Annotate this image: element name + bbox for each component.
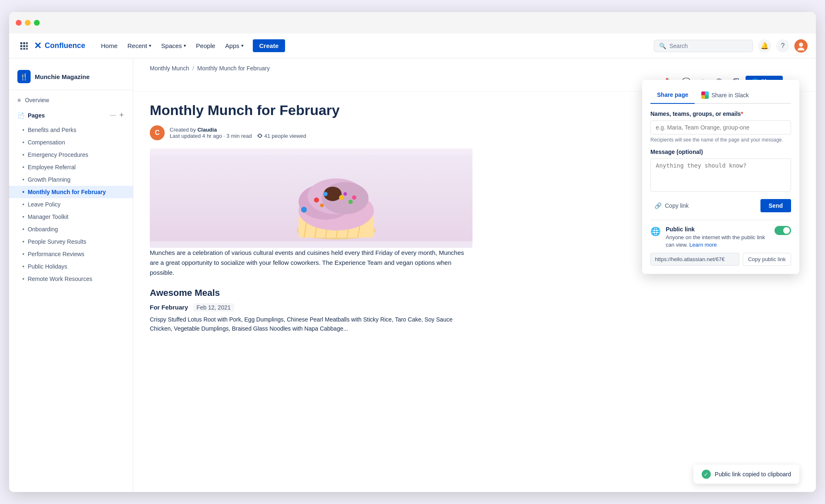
page-body: Munches are a celebration of various cul… bbox=[150, 248, 472, 278]
page-meta: C Created by Claudia Last updated 4 hr a… bbox=[150, 125, 472, 140]
logo[interactable]: ✕ Confluence bbox=[34, 41, 85, 51]
pages-section-header: 📄 Pages ··· + bbox=[17, 110, 125, 120]
user-avatar[interactable] bbox=[794, 39, 808, 53]
svg-point-30 bbox=[320, 204, 324, 207]
logo-x-icon: ✕ bbox=[34, 41, 41, 51]
sidebar-pages-section: 📄 Pages ··· + bbox=[9, 107, 133, 124]
svg-rect-1 bbox=[23, 42, 25, 44]
globe-icon: 🌐 bbox=[650, 226, 661, 236]
svg-rect-0 bbox=[20, 42, 22, 44]
public-link-url: https://hello.atlassian.net/67€ bbox=[650, 253, 739, 266]
svg-point-31 bbox=[343, 192, 347, 196]
svg-point-29 bbox=[348, 199, 353, 204]
help-icon[interactable]: ? bbox=[776, 39, 789, 53]
public-link-desc: Anyone on the internet with the public l… bbox=[666, 234, 770, 249]
nav-right: 🔍 Search 🔔 ? bbox=[654, 39, 808, 53]
sidebar-space: 🍴 Munchie Magazine bbox=[9, 65, 133, 90]
message-textarea[interactable] bbox=[650, 158, 791, 192]
svg-point-32 bbox=[352, 195, 356, 199]
required-star: * bbox=[741, 110, 743, 117]
share-divider bbox=[650, 220, 791, 220]
navbar: ✕ Confluence Home Recent ▾ Spaces ▾ Peop… bbox=[9, 34, 816, 58]
page-author: Created by Claudia bbox=[170, 127, 306, 133]
sidebar-item-survey[interactable]: People Survey Results bbox=[9, 235, 133, 248]
chevron-down-icon: ▾ bbox=[149, 43, 151, 48]
sidebar-item-overview[interactable]: ≡ Overview bbox=[9, 94, 133, 107]
nav-recent[interactable]: Recent ▾ bbox=[123, 40, 156, 52]
copied-toast: ✓ Public link copied to clipboard bbox=[693, 465, 799, 484]
nav-home[interactable]: Home bbox=[97, 40, 122, 52]
sidebar-item-referral[interactable]: Employee Referral bbox=[9, 161, 133, 173]
pages-more-button[interactable]: ··· bbox=[109, 110, 117, 120]
grid-icon[interactable] bbox=[17, 39, 31, 53]
sidebar-item-manager[interactable]: Manager Toolkit bbox=[9, 211, 133, 223]
svg-rect-8 bbox=[26, 48, 28, 50]
sidebar-item-holidays[interactable]: Public Holidays bbox=[9, 260, 133, 273]
names-input[interactable] bbox=[650, 120, 791, 134]
overview-icon: ≡ bbox=[17, 97, 21, 103]
sidebar-item-growth[interactable]: Growth Planning bbox=[9, 173, 133, 186]
breadcrumb-separator: / bbox=[192, 65, 194, 72]
svg-rect-4 bbox=[23, 45, 25, 47]
message-label: Message (optional) bbox=[650, 149, 791, 155]
content-area: Monthly Munch / Monthly Munch for Februa… bbox=[133, 58, 816, 492]
nav-apps[interactable]: Apps ▾ bbox=[221, 40, 247, 52]
sidebar-item-benefits[interactable]: Benefits and Perks bbox=[9, 124, 133, 136]
space-icon: 🍴 bbox=[17, 70, 31, 83]
chevron-down-icon: ▾ bbox=[241, 43, 244, 48]
toast-check-icon: ✓ bbox=[702, 470, 711, 479]
close-dot[interactable] bbox=[16, 20, 22, 26]
svg-point-28 bbox=[339, 195, 344, 200]
breadcrumb-parent[interactable]: Monthly Munch bbox=[150, 65, 189, 72]
chevron-down-icon: ▾ bbox=[184, 43, 186, 48]
sidebar-space-name: Munchie Magazine bbox=[35, 73, 90, 80]
svg-rect-6 bbox=[20, 48, 22, 50]
share-panel: Share page Share in Slack Names, teams, … bbox=[642, 80, 799, 274]
meals-header: For February Feb 12, 2021 bbox=[150, 303, 472, 312]
nav-spaces[interactable]: Spaces ▾ bbox=[157, 40, 190, 52]
copy-link-button[interactable]: 🔗 Copy link bbox=[650, 200, 693, 211]
link-icon: 🔗 bbox=[655, 202, 662, 209]
public-link-url-row: https://hello.atlassian.net/67€ Copy pub… bbox=[650, 253, 791, 266]
sidebar-item-emergency[interactable]: Emergency Procedures bbox=[9, 149, 133, 161]
main-body: 🍴 Munchie Magazine ≡ Overview 📄 Pages ··… bbox=[9, 58, 816, 492]
for-label: For February bbox=[150, 304, 188, 311]
public-link-toggle[interactable] bbox=[775, 226, 791, 235]
names-hint: Recipients will see the name of the page… bbox=[650, 137, 791, 143]
copy-public-link-button[interactable]: Copy public link bbox=[743, 253, 791, 266]
minimize-dot[interactable] bbox=[25, 20, 31, 26]
page-updated: Last updated 4 hr ago · 3 min read bbox=[170, 133, 252, 139]
breadcrumb: Monthly Munch / Monthly Munch for Februa… bbox=[133, 58, 816, 72]
share-tabs: Share page Share in Slack bbox=[650, 88, 791, 104]
send-button[interactable]: Send bbox=[760, 199, 791, 212]
sidebar-item-monthly-munch[interactable]: Monthly Munch for February bbox=[9, 186, 133, 198]
sidebar-item-onboarding[interactable]: Onboarding bbox=[9, 223, 133, 235]
nav-links: Home Recent ▾ Spaces ▾ People Apps ▾ Cre… bbox=[97, 39, 654, 52]
titlebar bbox=[9, 12, 816, 34]
section-title: Awesome Meals bbox=[150, 288, 472, 298]
search-input[interactable]: 🔍 Search bbox=[654, 40, 753, 52]
search-icon: 🔍 bbox=[659, 43, 666, 49]
pages-icon: 📄 bbox=[17, 112, 24, 119]
pages-add-button[interactable]: + bbox=[118, 110, 125, 120]
maximize-dot[interactable] bbox=[34, 20, 40, 26]
toggle-thumb bbox=[783, 227, 790, 234]
svg-point-27 bbox=[323, 192, 327, 196]
sidebar-item-performance[interactable]: Performance Reviews bbox=[9, 248, 133, 260]
nav-people[interactable]: People bbox=[192, 40, 220, 52]
sidebar-item-compensation[interactable]: Compensation bbox=[9, 136, 133, 149]
public-link-title: Public link bbox=[666, 226, 770, 233]
create-button[interactable]: Create bbox=[253, 39, 285, 52]
slack-icon bbox=[701, 91, 709, 99]
svg-rect-7 bbox=[23, 48, 25, 50]
svg-rect-3 bbox=[20, 45, 22, 47]
sidebar-item-remote[interactable]: Remote Work Resources bbox=[9, 273, 133, 285]
learn-more-link[interactable]: Learn more bbox=[689, 242, 717, 248]
sidebar-item-leave[interactable]: Leave Policy bbox=[9, 198, 133, 211]
sidebar: 🍴 Munchie Magazine ≡ Overview 📄 Pages ··… bbox=[9, 58, 133, 492]
svg-point-26 bbox=[314, 197, 319, 202]
public-link-section: 🌐 Public link Anyone on the internet wit… bbox=[650, 226, 791, 249]
tab-share-slack[interactable]: Share in Slack bbox=[695, 88, 755, 104]
notifications-icon[interactable]: 🔔 bbox=[758, 39, 771, 53]
tab-share-page[interactable]: Share page bbox=[650, 88, 695, 104]
